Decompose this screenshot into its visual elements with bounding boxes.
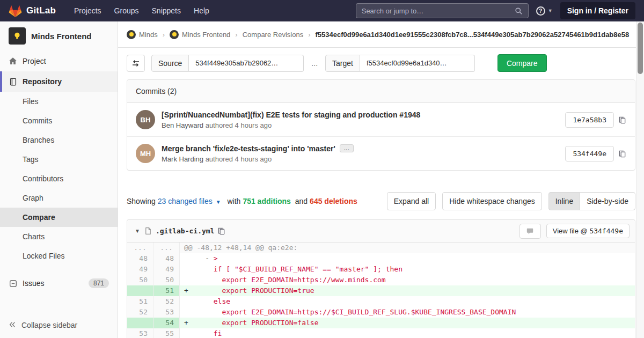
commit-sha-link[interactable]: 1e7a58b3 (565, 112, 614, 128)
diff-new-line-number[interactable]: 48 (153, 253, 180, 264)
comment-icon (526, 227, 534, 235)
commit-author-link[interactable]: Ben Hayward (162, 121, 203, 129)
help-icon: ? (536, 6, 545, 16)
sidebar-item-issues[interactable]: Issues 871 (0, 273, 118, 293)
copy-sha-button[interactable] (618, 116, 626, 124)
diff-old-line-number[interactable]: 51 (127, 296, 153, 307)
sign-in-button[interactable]: Sign in / Register (560, 2, 635, 19)
commit-meta: Mark Harding authored 4 hours ago (162, 155, 565, 163)
diff-stats-bar: Showing23 changed files▼ with751 additio… (127, 192, 635, 210)
left-sidebar: Minds Frontend Project Repository FilesC… (0, 21, 118, 338)
breadcrumb-label: Minds (139, 31, 158, 39)
breadcrumb: Minds›Minds Frontend›Compare Revisions› … (118, 21, 644, 48)
diff-old-line-number[interactable]: 52 (127, 307, 153, 318)
sidebar-item-contributors[interactable]: Contributors (0, 169, 118, 188)
diff-code: else (180, 296, 635, 307)
sidebar-item-project[interactable]: Project (0, 51, 118, 71)
diff-new-line-number[interactable]: 49 (153, 264, 180, 275)
diff-old-line-number[interactable] (127, 285, 153, 296)
diff-new-line-number[interactable]: 52 (153, 296, 180, 307)
breadcrumb-label: Minds Frontend (182, 31, 230, 39)
diff-new-line-number[interactable]: 53 (153, 307, 180, 318)
help-menu[interactable]: ? ▼ (536, 6, 553, 16)
navbar-link-snippets[interactable]: Snippets (145, 0, 187, 21)
commit-author-avatar: BH (136, 110, 155, 129)
sidebar-item-locked-files[interactable]: Locked Files (0, 246, 118, 266)
breadcrumb-link[interactable]: Minds (127, 30, 158, 39)
navbar-link-help[interactable]: Help (187, 0, 216, 21)
diff-line: ......@@ -48,12 +48,14 @@ qa:e2e: (127, 243, 635, 253)
breadcrumb-link[interactable]: Minds Frontend (170, 30, 230, 39)
copy-sha-button[interactable] (618, 150, 626, 158)
inline-view-button[interactable]: Inline (548, 192, 580, 210)
diff-code: export E2E_DOMAIN=https://$CI_BUILD_REF_… (180, 307, 635, 318)
navbar-link-projects[interactable]: Projects (68, 0, 108, 21)
search-input[interactable] (362, 7, 515, 15)
toggle-comments-button[interactable] (519, 224, 541, 239)
navbar-link-groups[interactable]: Groups (108, 0, 145, 21)
vertical-scrollbar[interactable] (636, 21, 644, 338)
diff-new-line-number[interactable]: 55 (153, 328, 180, 338)
commit-author-link[interactable]: Mark Harding (162, 155, 203, 163)
diff-new-line-number[interactable]: 54 (153, 318, 180, 328)
breadcrumb-separator: › (308, 31, 310, 39)
source-ref-dropdown[interactable]: 534f449e305ab7b29062… (189, 55, 304, 72)
deletions-count: 645 deletions (310, 197, 357, 205)
diff-old-line-number[interactable]: 49 (127, 264, 153, 275)
sidebar-item-compare[interactable]: Compare (0, 208, 118, 227)
scrollbar-thumb[interactable] (638, 23, 643, 74)
sidebar-item-charts[interactable]: Charts (0, 227, 118, 246)
search-box[interactable] (356, 3, 529, 18)
diff-new-line-number: ... (153, 243, 180, 253)
breadcrumb-separator: › (163, 31, 165, 39)
swap-revisions-button[interactable] (127, 55, 145, 72)
diff-old-line-number[interactable]: 53 (127, 328, 153, 338)
code-segment (184, 276, 222, 284)
target-label: Target (325, 55, 360, 72)
sidebar-item-files[interactable]: Files (0, 92, 118, 111)
gitlab-tanuki-icon (9, 4, 22, 18)
diff-file-header: ▼ .gitlab-ci.yml (127, 220, 635, 243)
commit-title-link[interactable]: Merge branch 'fix/e2e-tests-staging' int… (162, 144, 335, 153)
swap-icon (131, 59, 140, 68)
sidebar-item-tags[interactable]: Tags (0, 150, 118, 169)
navbar-right: ? ▼ Sign in / Register (356, 2, 635, 19)
diff-old-line-number[interactable]: 50 (127, 275, 153, 285)
sidebar-item-repository[interactable]: Repository (0, 71, 118, 92)
view-file-button[interactable]: View file @ 534f449e (546, 224, 630, 238)
copy-icon (618, 116, 626, 124)
target-ref-dropdown[interactable]: f5534ecf0d99e6a1d340… (360, 55, 475, 72)
sidebar-item-graph[interactable]: Graph (0, 188, 118, 208)
code-segment: export E2E_DOMAIN=https://$CI_BUILD_REF_… (222, 308, 516, 316)
diff-filename[interactable]: .gitlab-ci.yml (156, 227, 215, 235)
collapse-sidebar-button[interactable]: Collapse sidebar (0, 312, 118, 338)
gitlab-logo[interactable]: GitLab (9, 4, 56, 18)
main-content: Minds›Minds Frontend›Compare Revisions› … (118, 21, 644, 338)
commit-sha-group: 1e7a58b3 (565, 112, 626, 128)
expand-all-button[interactable]: Expand all (387, 192, 436, 210)
breadcrumb-list: Minds›Minds Frontend›Compare Revisions› (127, 30, 315, 39)
commit-message-expand-button[interactable]: ... (340, 144, 354, 152)
compare-form: Source 534f449e305ab7b29062… ... Target … (127, 54, 635, 72)
commit-sha-link[interactable]: 534f449e (565, 146, 614, 161)
breadcrumb-link[interactable]: Compare Revisions (243, 31, 303, 39)
diff-old-line-number[interactable]: 48 (127, 253, 153, 264)
diff-old-line-number[interactable] (127, 318, 153, 328)
breadcrumb-current-sha-range: f5534ecf0d99e6a1d340d1ee91555c2308fcb7c8… (315, 31, 629, 39)
sidebar-item-commits[interactable]: Commits (0, 111, 118, 130)
sidebar-item-branches[interactable]: Branches (0, 130, 118, 150)
collapse-diff-icon[interactable]: ▼ (135, 228, 140, 234)
diff-new-line-number[interactable]: 50 (153, 275, 180, 285)
minds-project-avatar (9, 27, 26, 45)
side-by-side-view-button[interactable]: Side-by-side (580, 192, 635, 210)
diff-line: 5152 else (127, 296, 635, 307)
diff-new-line-number[interactable]: 51 (153, 285, 180, 296)
project-header[interactable]: Minds Frontend (0, 21, 118, 51)
compare-button[interactable]: Compare (497, 54, 547, 72)
commit-title-link[interactable]: [Sprint/NuancedNumbat](fix) E2E tests fo… (162, 111, 420, 119)
changed-files-dropdown[interactable]: 23 changed files (158, 197, 213, 205)
diff-code: - > (180, 253, 635, 264)
code-segment (184, 297, 214, 305)
hide-whitespace-button[interactable]: Hide whitespace changes (442, 192, 542, 210)
copy-filename-button[interactable] (217, 227, 225, 235)
